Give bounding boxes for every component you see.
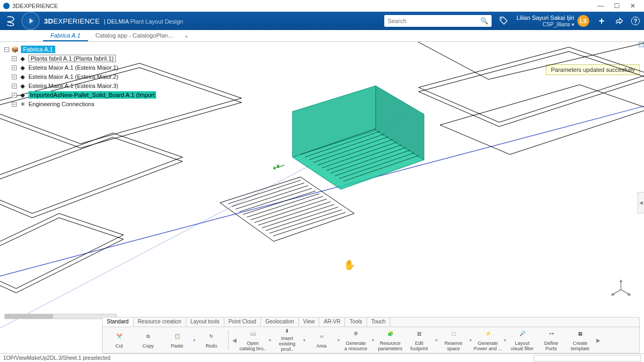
expand-icon[interactable]: +	[12, 65, 17, 70]
copy-button[interactable]: ⧉Copy	[134, 328, 163, 352]
generate-power-dropdown[interactable]: ▾	[502, 328, 508, 352]
footprint-icon: ▥	[413, 328, 425, 340]
search-input[interactable]	[387, 18, 480, 24]
paste-button[interactable]: 📋Paste	[163, 328, 192, 352]
tree-item[interactable]: Esteira Maior A.1 (Esteira Maior.2)	[28, 73, 119, 80]
search-box[interactable]: 🔍	[384, 15, 492, 27]
cut-button[interactable]: ✂️Cut	[105, 328, 134, 352]
add-icon[interactable]: +	[597, 16, 606, 26]
connections-icon: ✳	[19, 100, 26, 108]
view-triad-icon[interactable]	[608, 276, 634, 303]
reserve-space-dropdown[interactable]: ▾	[468, 328, 473, 352]
help-icon[interactable]: ?	[631, 17, 640, 25]
expand-icon[interactable]: +	[12, 75, 17, 79]
app-icon	[3, 3, 10, 9]
tree-item[interactable]: Planta fabril A.1 (Planta fabril.1)	[28, 55, 116, 62]
expand-icon[interactable]: −	[4, 47, 9, 52]
paste-icon: 📋	[171, 331, 183, 343]
share-icon[interactable]	[614, 16, 624, 26]
define-ports-button[interactable]: ⊶Define Ports	[537, 328, 566, 352]
redo-button[interactable]: ↻Redo	[197, 328, 226, 352]
app-header: 3DEXPERIENCE | DELMIA Plant Layout Desig…	[0, 12, 644, 30]
copy-icon: ⧉	[142, 331, 154, 343]
window-minimize-button[interactable]: —	[592, 1, 609, 11]
part-icon: ◆	[19, 91, 26, 99]
part-icon: ◆	[19, 73, 26, 80]
tab-catalog[interactable]: Catalog app - CatalogoPlan...	[88, 31, 180, 41]
viewport-3d[interactable]: − 📦 Fabrica A.1 +◆Planta fabril A.1 (Pla…	[0, 42, 644, 362]
reserve-space-button[interactable]: ⬚Reserve space	[439, 328, 468, 352]
chevron-down-icon: ▾	[572, 21, 574, 27]
tree-item-selected[interactable]: ImportedAsNew-Pallet_Solid_Board A.1 (Im…	[28, 91, 156, 99]
area-button[interactable]: ▱Area	[307, 328, 336, 352]
generate-resource-button[interactable]: ⚙Generate a resource	[341, 328, 370, 352]
template-icon: ▦	[574, 328, 586, 340]
user-role: CSP_lilians	[543, 21, 570, 27]
open-catalog-dropdown[interactable]: ▾	[267, 328, 273, 352]
scroll-left-button[interactable]: ◀	[231, 337, 238, 343]
filter-icon: 🔎	[516, 328, 528, 340]
cmdtab-layout-tools[interactable]: Layout tools	[186, 317, 224, 327]
edit-footprint-dropdown[interactable]: ▾	[434, 328, 439, 352]
generate-resource-dropdown[interactable]: ▾	[370, 328, 376, 352]
create-template-button[interactable]: ▦Create template	[566, 328, 595, 352]
open-catalog-button[interactable]: 📖Open catalog bro..	[238, 328, 267, 352]
window-maximize-button[interactable]: ☐	[609, 1, 625, 11]
status-input[interactable]	[533, 355, 641, 361]
gear-icon: ⚙	[350, 328, 362, 340]
visual-filter-button[interactable]: 🔎Layout visual filter	[508, 328, 537, 352]
resource-params-button[interactable]: 🧩Resource parameters	[376, 328, 405, 352]
paste-dropdown[interactable]: ▾	[192, 328, 197, 352]
cmdtab-touch[interactable]: Touch	[367, 317, 391, 327]
part-icon: ◆	[19, 64, 26, 71]
area-dropdown[interactable]: ▾	[336, 328, 341, 352]
command-bar: Standard Resource creation Layout tools …	[102, 317, 640, 353]
search-icon[interactable]: 🔍	[480, 17, 488, 25]
avatar[interactable]: LS	[577, 15, 589, 27]
window-titlebar: 3DEXPERIENCE — ☐ ✕	[0, 0, 644, 12]
scissors-icon: ✂️	[113, 331, 125, 343]
cmdtab-ar-vr[interactable]: AR-VR	[319, 317, 345, 327]
window-close-button[interactable]: ✕	[625, 1, 641, 11]
book-icon: 📖	[247, 328, 259, 340]
expand-icon[interactable]: +	[12, 56, 17, 61]
tree-item[interactable]: Esteira Maior A.1 (Esteira Maior.1)	[28, 64, 119, 71]
expand-icon[interactable]: +	[12, 102, 17, 107]
brand-label: 3DEXPERIENCE | DELMIA Plant Layout Desig…	[44, 17, 183, 25]
cmdtab-tools[interactable]: Tools	[345, 317, 367, 327]
cmdtab-point-cloud[interactable]: Point Cloud	[224, 317, 261, 327]
generate-power-button[interactable]: ⚡Generate Power and ...	[473, 328, 502, 352]
tree-root[interactable]: Fabrica A.1	[21, 46, 55, 53]
window-title: 3DEXPERIENCE	[12, 3, 58, 9]
tree-item[interactable]: Engineering Connections	[28, 101, 94, 107]
insert-existing-dropdown[interactable]: ▾	[302, 328, 307, 352]
compass-button[interactable]	[21, 12, 40, 30]
user-block[interactable]: Lilian Sayuri Sakai Ijiri CSP_lilians ▾ …	[516, 14, 589, 27]
expand-icon[interactable]: +	[12, 84, 17, 88]
scroll-right-button[interactable]: ▶	[595, 337, 602, 343]
feature-tree[interactable]: − 📦 Fabrica A.1 +◆Planta fabril A.1 (Pla…	[3, 45, 157, 109]
tag-icon[interactable]	[499, 16, 509, 26]
cmdtab-standard[interactable]: Standard	[103, 317, 134, 327]
svg-point-0	[501, 18, 502, 19]
selected-object[interactable]	[292, 86, 424, 189]
document-tabs: Fabrica A.1 Catalog app - CatalogoPlan..…	[0, 30, 644, 42]
tree-item[interactable]: Esteira Maior A.1 (Esteira Maior.3)	[28, 83, 119, 89]
user-fullname: Lilian Sayuri Sakai Ijiri	[516, 14, 574, 21]
edit-footprint-button[interactable]: ▥Edit footprint	[405, 328, 434, 352]
timeline-scrollbar[interactable]	[4, 314, 117, 319]
insert-existing-button[interactable]: ⬇Insert existing prod..	[273, 328, 302, 352]
cube-icon: ⬚	[448, 328, 459, 340]
product-icon: 📦	[11, 46, 19, 53]
expand-icon[interactable]: +	[12, 93, 17, 98]
ports-icon: ⊶	[545, 328, 557, 340]
cmdtab-geolocation[interactable]: Geolocation	[261, 317, 298, 327]
status-bar: 1OP/ViewMakeUp2DL.3/Sheet.1 preselected	[0, 353, 644, 362]
separator	[228, 330, 229, 350]
tab-fabrica[interactable]: Fabrica A.1	[43, 31, 88, 41]
cmdtab-view[interactable]: View	[299, 317, 320, 327]
scrollbar-thumb[interactable]	[5, 314, 53, 319]
cmdtab-resource-creation[interactable]: Resource creation	[134, 317, 186, 327]
part-icon: ◆	[19, 82, 26, 90]
add-tab-button[interactable]: +	[180, 32, 192, 41]
